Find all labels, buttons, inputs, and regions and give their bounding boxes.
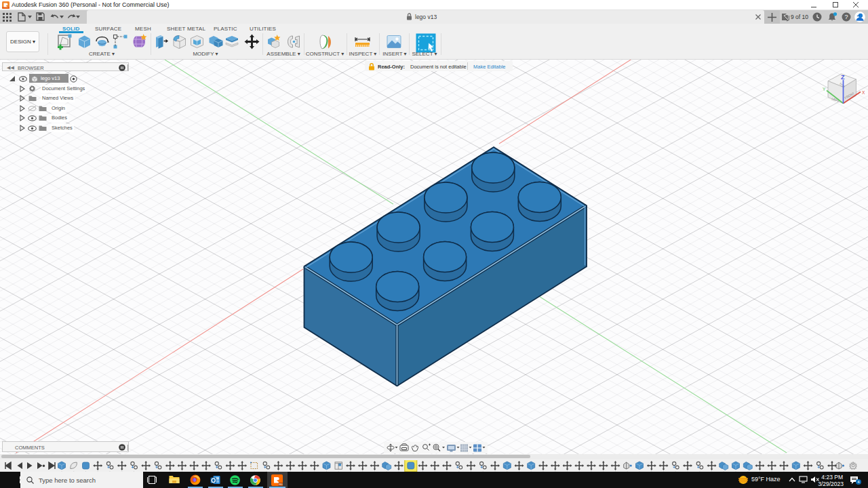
svg-text:X: X — [862, 90, 865, 95]
svg-text:360: 360 — [279, 483, 283, 486]
svg-text:Z: Z — [841, 74, 845, 81]
svg-text:?: ? — [844, 14, 848, 20]
svg-text:Y: Y — [823, 87, 826, 92]
